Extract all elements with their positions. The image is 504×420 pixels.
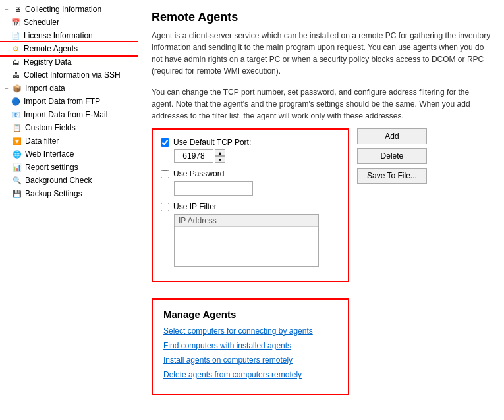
ip-list[interactable]: IP Address [174,214,319,267]
sidebar-item-web-interface[interactable]: 🌐 Web Interface [0,147,138,161]
link-delete-agents[interactable]: Delete agents from computers remotely [163,370,337,379]
sidebar-label: Custom Fields [25,123,76,132]
use-ip-filter-label[interactable]: Use IP Filter [161,202,340,211]
sidebar-item-custom-fields[interactable]: 📋 Custom Fields [0,121,138,134]
port-spinner: ▲ ▼ [215,149,225,163]
ftp-icon: 🔵 [11,96,21,107]
page-title: Remote Agents [152,11,491,24]
use-default-tcp-checkbox[interactable] [161,138,169,147]
ip-filter-box: IP Address [174,214,340,267]
license-icon: 📄 [11,30,21,41]
sidebar-item-background-check[interactable]: 🔍 Background Check [0,174,138,187]
expand-icon: − [3,84,11,92]
sidebar-label: Import data [25,84,65,93]
sidebar-item-data-filter[interactable]: 🔽 Data filter [0,134,138,147]
sidebar-item-import-data[interactable]: − 📦 Import data [0,82,138,95]
use-ip-filter-checkbox[interactable] [161,203,169,211]
web-icon: 🌐 [12,149,22,159]
sidebar-item-import-ftp[interactable]: 🔵 Import Data from FTP [0,95,138,108]
expand-icon [3,163,11,171]
sidebar-label: Collect Information via SSH [24,70,121,80]
tcp-port-row: Use Default TCP Port: 61978 ▲ ▼ [161,138,340,163]
sidebar: − 🖥 Collecting Information 📅 Scheduler 📄… [0,0,138,420]
filter-icon: 🔽 [12,136,22,146]
email-icon: 📧 [11,109,21,120]
sidebar-label: Import Data from FTP [24,97,100,106]
expand-icon [3,150,11,158]
sidebar-item-import-email[interactable]: 📧 Import Data from E-Mail [0,108,138,121]
fields-icon: 📋 [12,122,22,133]
sidebar-item-license-info[interactable]: 📄 License Information [0,29,138,42]
gear-icon: ⚙ [11,43,21,54]
spinner-up[interactable]: ▲ [215,149,225,156]
link-install-agents[interactable]: Install agents on computers remotely [163,355,337,365]
config-box: Use Default TCP Port: 61978 ▲ ▼ Use Pass… [152,128,349,282]
sidebar-label: Collecting Information [25,5,101,14]
password-row: Use Password [161,169,340,196]
main-description: Agent is a client-server service which c… [152,30,491,77]
bgcheck-icon: 🔍 [12,175,22,186]
add-button[interactable]: Add [357,128,427,144]
ssh-icon: 🖧 [11,70,21,80]
calendar-icon: 📅 [11,17,21,28]
info-text: You can change the TCP port number, set … [152,86,491,122]
use-default-tcp-label[interactable]: Use Default TCP Port: [161,138,340,147]
manage-agents-title: Manage Agents [163,309,337,320]
ip-filter-row: Use IP Filter IP Address [161,202,340,267]
manage-agents-box: Manage Agents Select computers for conne… [152,298,349,395]
sidebar-label: Registry Data [24,57,72,66]
expand-icon [3,190,11,197]
sidebar-label: Remote Agents [24,44,78,53]
sidebar-item-remote-agents[interactable]: ⚙ Remote Agents [0,42,138,55]
link-find-computers[interactable]: Find computers with installed agents [163,341,337,350]
delete-button[interactable]: Delete [357,148,427,164]
use-password-checkbox[interactable] [161,170,169,178]
port-row: 61978 ▲ ▼ [174,149,340,163]
config-section: Use Default TCP Port: 61978 ▲ ▼ Use Pass… [152,128,491,293]
sidebar-item-registry-data[interactable]: 🗂 Registry Data [0,55,138,68]
import-icon: 📦 [12,83,22,93]
main-content: Remote Agents Agent is a client-server s… [138,0,504,420]
ip-list-header: IP Address [175,215,318,227]
registry-icon: 🗂 [11,57,21,67]
sidebar-item-backup-settings[interactable]: 💾 Backup Settings [0,187,138,200]
backup-icon: 💾 [12,188,22,199]
sidebar-item-report-settings[interactable]: 📊 Report settings [0,161,138,174]
sidebar-label: Background Check [25,176,92,185]
sidebar-label: Report settings [25,163,78,172]
sidebar-item-collecting-info[interactable]: − 🖥 Collecting Information [0,3,138,16]
use-password-label[interactable]: Use Password [161,169,340,178]
password-input[interactable] [174,181,253,196]
config-buttons: Add Delete Save To File... [357,128,427,184]
port-input[interactable]: 61978 [174,149,213,163]
sidebar-label: Scheduler [24,18,59,27]
sidebar-label: Import Data from E-Mail [24,110,107,119]
spinner-down[interactable]: ▼ [215,156,225,163]
expand-icon: − [3,5,11,13]
sidebar-label: Backup Settings [25,189,82,198]
link-select-computers[interactable]: Select computers for connecting by agent… [163,327,337,336]
sidebar-label: Web Interface [25,149,74,159]
report-icon: 📊 [12,162,22,172]
expand-icon [3,124,11,132]
expand-icon [3,176,11,184]
sidebar-label: License Information [24,31,93,40]
expand-icon [3,137,11,145]
sidebar-label: Data filter [25,136,59,145]
tree-icon: 🖥 [12,4,22,14]
sidebar-item-scheduler[interactable]: 📅 Scheduler [0,16,138,29]
save-to-file-button[interactable]: Save To File... [357,168,427,184]
sidebar-item-ssh[interactable]: 🖧 Collect Information via SSH [0,68,138,82]
